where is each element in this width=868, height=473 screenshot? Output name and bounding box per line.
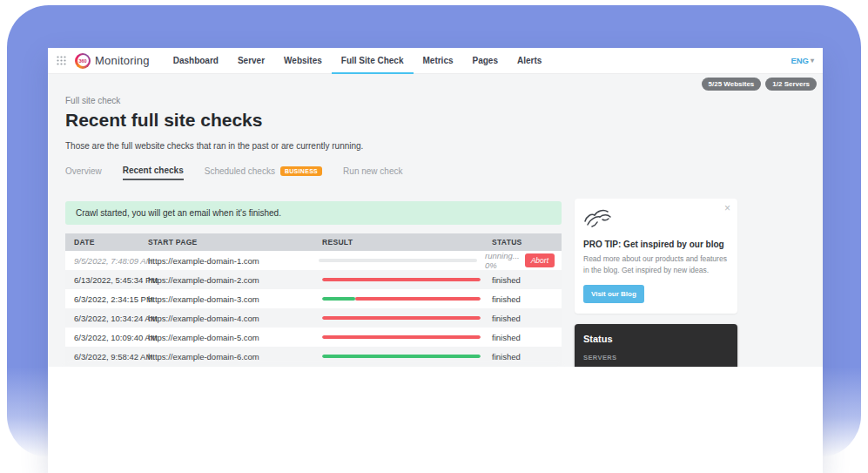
- cell-status: finished: [492, 333, 562, 342]
- tab-run-new-check[interactable]: Run new check: [343, 166, 402, 179]
- table-row[interactable]: 6/3/2022, 9:58:42 AM https://example-dom…: [65, 347, 562, 366]
- nav-item-websites[interactable]: Websites: [274, 48, 332, 74]
- page-content: 5/25 Websites1/2 Servers Full site check…: [48, 74, 823, 367]
- cell-start-page: https://example-domain-2.com: [148, 275, 322, 285]
- business-badge: BUSINESS: [280, 166, 322, 176]
- nav-item-full-site-check[interactable]: Full Site Check: [332, 48, 414, 74]
- cell-status: finished: [492, 352, 562, 362]
- status-card-title: Status: [583, 334, 729, 344]
- progress-bar: [319, 259, 477, 262]
- progress-bar-red: [355, 297, 481, 301]
- cell-result: [322, 278, 492, 281]
- tab-recent-checks[interactable]: Recent checks: [123, 166, 184, 180]
- cell-start-page: https://example-domain-3.com: [148, 294, 322, 304]
- visit-blog-button[interactable]: Visit our Blog: [583, 285, 644, 303]
- progress-bar-red: [322, 278, 481, 281]
- cell-status: finished: [492, 275, 562, 285]
- table-row[interactable]: 6/3/2022, 10:34:24 AM https://example-do…: [65, 308, 562, 328]
- status-text: finished: [492, 275, 521, 285]
- page-description: Those are the full website checks that r…: [65, 141, 562, 151]
- cell-status: finished: [492, 314, 562, 323]
- nav-item-server[interactable]: Server: [228, 48, 274, 74]
- nav-item-dashboard[interactable]: Dashboard: [164, 48, 228, 74]
- checks-table: DATE START PAGE RESULT STATUS 9/5/2022, …: [65, 233, 562, 367]
- quota-badge-1-2-servers: 1/2 Servers: [765, 78, 817, 91]
- table-row[interactable]: 6/13/2022, 5:45:34 PM https://example-do…: [65, 270, 562, 289]
- close-icon[interactable]: ×: [724, 202, 730, 214]
- top-navbar: 360 Monitoring DashboardServerWebsitesFu…: [48, 48, 823, 74]
- cell-date: 6/3/2022, 10:34:24 AM: [65, 314, 148, 323]
- status-text: finished: [492, 352, 521, 362]
- app-window: 360 Monitoring DashboardServerWebsitesFu…: [48, 48, 823, 473]
- cell-start-page: https://example-domain-1.com: [148, 256, 319, 266]
- cell-date: 6/3/2022, 2:34:15 PM: [65, 294, 148, 304]
- status-text: finished: [492, 333, 521, 342]
- tab-label: Recent checks: [123, 166, 184, 175]
- cell-date: 9/5/2022, 7:48:09 AM: [65, 256, 148, 266]
- nav-item-metrics[interactable]: Metrics: [414, 48, 463, 74]
- status-sections: SERVERS 0 open alert(s) 0 servers down W…: [583, 354, 729, 367]
- abort-button[interactable]: Abort: [525, 253, 555, 267]
- cell-date: 6/3/2022, 10:09:40 AM: [65, 333, 148, 342]
- cell-date: 6/3/2022, 9:58:42 AM: [65, 352, 148, 362]
- cell-result: [319, 259, 485, 262]
- cell-status: finished: [492, 294, 562, 304]
- quota-badges: 5/25 Websites1/2 Servers: [702, 78, 817, 91]
- table-row[interactable]: 6/3/2022, 2:34:15 PM https://example-dom…: [65, 289, 562, 308]
- main-column: Full site check Recent full site checks …: [65, 96, 562, 367]
- cell-date: 6/13/2022, 5:45:34 PM: [65, 275, 148, 285]
- status-text: running... 0%: [485, 251, 520, 270]
- cell-start-page: https://example-domain-6.com: [148, 352, 322, 362]
- pro-tip-body: Read more about our products and feature…: [583, 253, 729, 276]
- column-header-status: STATUS: [492, 238, 562, 247]
- table-row-blurred: [65, 366, 562, 367]
- tab-bar: Overview Recent checks Scheduled checks …: [65, 166, 562, 180]
- progress-bar: [322, 297, 481, 301]
- language-selector[interactable]: ENG ▾: [791, 56, 814, 65]
- page-title: Recent full site checks: [65, 110, 562, 131]
- cell-result: [322, 355, 492, 358]
- language-label: ENG: [791, 56, 809, 65]
- cell-result: [322, 335, 492, 339]
- progress-bar-green: [322, 297, 355, 301]
- progress-bar: [322, 278, 481, 281]
- status-text: finished: [492, 314, 521, 323]
- table-row[interactable]: 6/3/2022, 10:09:40 AM https://example-do…: [65, 328, 562, 347]
- cell-start-page: https://example-domain-5.com: [148, 333, 322, 342]
- handshake-doodle-icon: [583, 217, 613, 232]
- tab-scheduled-checks[interactable]: Scheduled checks BUSINESS: [205, 166, 322, 179]
- tab-overview[interactable]: Overview: [65, 166, 102, 179]
- success-banner: Crawl started, you will get an email whe…: [65, 201, 562, 225]
- status-section-servers: SERVERS 0 open alert(s) 0 servers down: [583, 354, 729, 367]
- cell-result: [322, 297, 492, 301]
- progress-bar: [322, 316, 481, 320]
- breadcrumb: Full site check: [65, 96, 562, 105]
- progress-bar: [322, 355, 481, 358]
- pro-tip-title: PRO TIP: Get inspired by our blog: [583, 240, 729, 249]
- table-row[interactable]: 9/5/2022, 7:48:09 AM https://example-dom…: [65, 251, 562, 270]
- tab-label: Scheduled checks: [205, 166, 275, 176]
- brand-name: Monitoring: [95, 54, 150, 67]
- status-card: Status SERVERS 0 open alert(s) 0 servers…: [575, 324, 737, 367]
- logo-360-icon: 360: [75, 53, 91, 69]
- status-section-label: SERVERS: [583, 354, 729, 362]
- nav-menu: DashboardServerWebsitesFull Site CheckMe…: [164, 48, 552, 74]
- table-body: 9/5/2022, 7:48:09 AM https://example-dom…: [65, 251, 562, 366]
- progress-bar-red: [322, 335, 481, 339]
- status-item: 0 servers down: [663, 366, 724, 367]
- cell-result: [322, 316, 492, 320]
- column-header-date: DATE: [65, 238, 148, 247]
- quota-badge-5-25-websites: 5/25 Websites: [702, 78, 762, 91]
- tab-label: Run new check: [343, 166, 402, 176]
- cell-status: running... 0% Abort: [485, 251, 562, 270]
- table-header: DATE START PAGE RESULT STATUS: [65, 233, 562, 251]
- apps-grid-icon[interactable]: [57, 56, 66, 65]
- column-header-page: START PAGE: [148, 238, 322, 247]
- nav-item-alerts[interactable]: Alerts: [508, 48, 551, 74]
- pro-tip-card: × PRO TIP: Get inspired by our blog Read…: [575, 199, 737, 314]
- side-column: × PRO TIP: Get inspired by our blog Read…: [575, 199, 737, 367]
- cell-start-page: https://example-domain-4.com: [148, 314, 322, 323]
- nav-item-pages[interactable]: Pages: [463, 48, 508, 74]
- progress-bar: [322, 335, 481, 339]
- brand-logo[interactable]: 360 Monitoring: [75, 53, 150, 69]
